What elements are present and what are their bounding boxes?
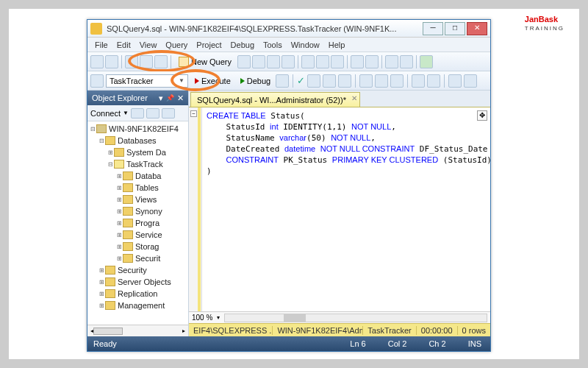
menu-bar: File Edit View Query Project Debug Tools… — [87, 38, 490, 52]
gutter: − — [189, 107, 202, 311]
tree-node[interactable]: ⊞Progra — [87, 217, 188, 229]
toolbar-icon[interactable] — [375, 74, 388, 88]
tree-node[interactable]: ⊟TaskTrack — [87, 158, 188, 170]
zoom-bar: 100 %▾ — [189, 311, 490, 323]
connect-button[interactable]: Connect — [90, 109, 121, 118]
minimize-button[interactable]: ─ — [423, 22, 443, 35]
tree-node[interactable]: ⊞Securit — [87, 252, 188, 264]
status-rows: 0 rows — [458, 326, 490, 335]
fold-icon[interactable]: − — [190, 110, 197, 117]
toolbar-icon[interactable] — [338, 74, 351, 88]
menu-edit[interactable]: Edit — [112, 39, 135, 51]
tree-node[interactable]: ⊞Security — [87, 264, 188, 276]
status-database: TaskTracker — [363, 326, 417, 335]
redo-icon[interactable] — [365, 55, 379, 68]
menu-view[interactable]: View — [135, 39, 162, 51]
run-icon[interactable] — [420, 55, 433, 68]
toolbar-icon[interactable] — [267, 55, 280, 68]
menu-file[interactable]: File — [90, 39, 112, 51]
toolbar-icon[interactable] — [359, 74, 373, 88]
object-explorer-scrollbar[interactable]: ◂ ▸ — [87, 325, 188, 336]
paste-icon[interactable] — [331, 55, 344, 68]
code-editor[interactable]: − CREATE TABLE Status( StatusId int IDEN… — [189, 107, 490, 311]
tree-node[interactable]: ⊟Databases — [87, 135, 188, 146]
ssms-window: SQLQuery4.sql - WIN-9NF1K82EIF4\SQLEXPRE… — [87, 19, 491, 352]
menu-debug[interactable]: Debug — [226, 39, 259, 51]
window-title: SQLQuery4.sql - WIN-9NF1K82EIF4\SQLEXPRE… — [107, 24, 421, 33]
tree-node[interactable]: ⊞Server Objects — [87, 276, 188, 288]
toolbar-icon[interactable] — [323, 74, 336, 88]
tree-node[interactable]: ⊟WIN-9NF1K82EIF4 — [87, 123, 188, 135]
tab-sqlquery4[interactable]: SQLQuery4.sql - WI...Administrator (52))… — [190, 92, 360, 107]
editor-pane: SQLQuery4.sql - WI...Administrator (52))… — [189, 91, 490, 336]
pin-icon[interactable]: 📌 — [166, 94, 174, 102]
brand-logo: JanBask TRAINING — [525, 15, 564, 32]
tree-node[interactable]: ⊞Replication — [87, 288, 188, 300]
status-ready: Ready — [93, 339, 117, 348]
toolbar-icon[interactable] — [105, 55, 118, 68]
code-text[interactable]: CREATE TABLE Status( StatusId int IDENTI… — [202, 107, 490, 311]
connect-toolbar: Connect ▼ — [87, 105, 188, 121]
database-selector[interactable]: TaskTracker ▼ — [106, 74, 188, 88]
tree-node[interactable]: ⊞Databa — [87, 170, 188, 182]
tree-node[interactable]: ⊞Tables — [87, 182, 188, 194]
menu-query[interactable]: Query — [161, 39, 192, 51]
undo-icon[interactable] — [351, 55, 364, 68]
toolbar-icon[interactable] — [90, 74, 104, 88]
dropdown-icon: ▼ — [179, 77, 184, 84]
menu-window[interactable]: Window — [287, 39, 324, 51]
navigate-icon[interactable]: ✥ — [477, 110, 487, 121]
object-tree[interactable]: ⊟WIN-9NF1K82EIF4⊟Databases⊞System Da⊟Tas… — [87, 121, 188, 325]
toolbar-icon[interactable] — [400, 55, 413, 68]
save-icon[interactable] — [154, 55, 168, 68]
toolbar-icon[interactable] — [307, 74, 320, 88]
horizontal-scrollbar[interactable] — [224, 314, 487, 322]
toolbar-icon[interactable] — [412, 74, 425, 88]
toolbar-icon[interactable] — [385, 55, 398, 68]
debug-icon — [240, 78, 245, 84]
object-explorer: Object Explorer ▾ 📌 ✕ Connect ▼ ⊟WIN-9NF… — [87, 91, 189, 336]
parse-icon[interactable]: ✓ — [297, 75, 305, 86]
sql-toolbar: TaskTracker ▼ Execute Debug ✓ — [87, 71, 490, 91]
tree-node[interactable]: ⊞Synony — [87, 205, 188, 217]
copy-icon[interactable] — [316, 55, 329, 68]
close-icon[interactable]: ✕ — [177, 93, 184, 103]
toolbar-icon[interactable] — [131, 108, 144, 118]
toolbar-icon[interactable] — [282, 55, 295, 68]
stop-icon[interactable] — [276, 74, 289, 88]
close-button[interactable]: ✕ — [467, 22, 487, 35]
toolbar-icon[interactable] — [146, 108, 159, 118]
tree-node[interactable]: ⊞Storag — [87, 241, 188, 252]
menu-tools[interactable]: Tools — [259, 39, 287, 51]
toolbar-icon[interactable] — [390, 74, 404, 88]
status-line: Ln 6 — [350, 339, 365, 348]
open-icon[interactable] — [140, 55, 153, 68]
toolbar-icon[interactable] — [237, 55, 251, 68]
status-ins: INS — [468, 339, 481, 348]
tree-node[interactable]: ⊞Views — [87, 194, 188, 205]
close-tab-icon[interactable]: ✕ — [351, 94, 357, 102]
cut-icon[interactable] — [301, 55, 315, 68]
object-explorer-header[interactable]: Object Explorer ▾ 📌 ✕ — [87, 91, 188, 105]
dropdown-icon[interactable]: ▾ — [159, 93, 163, 103]
refresh-icon[interactable] — [162, 108, 175, 118]
new-query-button[interactable]: New Query — [174, 54, 236, 69]
tree-node[interactable]: ⊞Management — [87, 300, 188, 311]
toolbar-icon[interactable] — [464, 74, 477, 88]
debug-button[interactable]: Debug — [237, 77, 273, 85]
title-bar[interactable]: SQLQuery4.sql - WIN-9NF1K82EIF4\SQLEXPRE… — [87, 20, 490, 38]
execute-button[interactable]: Execute — [190, 77, 235, 85]
toolbar-icon[interactable] — [448, 74, 462, 88]
toolbar-icon[interactable] — [125, 55, 138, 68]
menu-help[interactable]: Help — [324, 39, 350, 51]
toolbar-icon[interactable] — [90, 55, 104, 68]
tree-node[interactable]: ⊞System Da — [87, 146, 188, 158]
toolbar-icon[interactable] — [252, 55, 265, 68]
status-bar: Ready Ln 6 Col 2 Ch 2 INS — [87, 336, 490, 351]
tree-node[interactable]: ⊞Service — [87, 229, 188, 241]
menu-project[interactable]: Project — [192, 39, 226, 51]
toolbar-icon[interactable] — [427, 74, 440, 88]
zoom-level[interactable]: 100 % — [192, 314, 212, 322]
maximize-button[interactable]: □ — [445, 22, 465, 35]
new-query-icon — [179, 57, 189, 67]
